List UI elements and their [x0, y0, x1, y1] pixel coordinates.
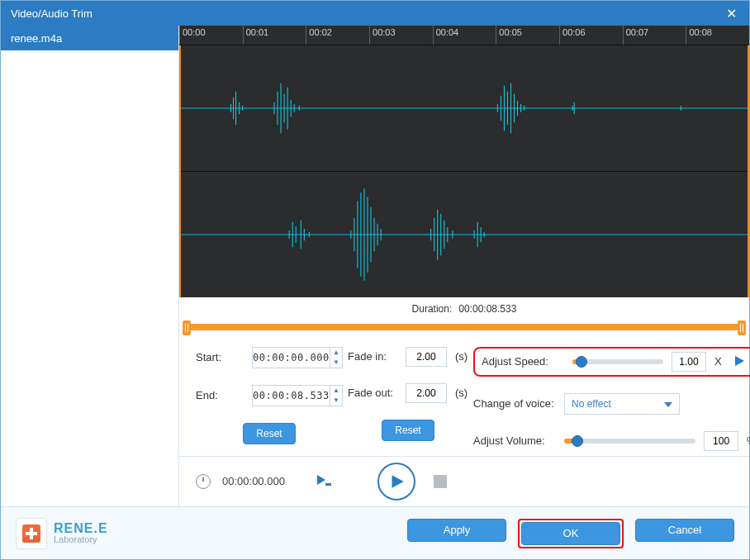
- waveform-channel-1: [181, 45, 748, 171]
- ok-button[interactable]: OK: [521, 522, 620, 545]
- start-label: Start:: [196, 351, 244, 363]
- stop-icon: [434, 475, 447, 488]
- timeline-ruler[interactable]: 00:00 00:01 00:02 00:03 00:04 00:05 00:0…: [179, 26, 749, 45]
- volume-slider[interactable]: [564, 439, 695, 444]
- volume-unit: %: [747, 434, 750, 447]
- voice-effect-value: No effect: [572, 398, 611, 410]
- waveform-channel-2: [181, 172, 748, 297]
- speed-slider[interactable]: [572, 359, 663, 364]
- seconds-unit: (s): [455, 350, 468, 363]
- fade-in-input[interactable]: [406, 347, 447, 367]
- window-title: Video/Audio Trim: [11, 7, 721, 20]
- end-time-input[interactable]: 00:00:08.533 ▲ ▼: [252, 385, 343, 406]
- ruler-tick: 00:04: [433, 26, 496, 45]
- start-time-input[interactable]: 00:00:00.000 ▲ ▼: [252, 347, 343, 368]
- ruler-tick: 00:07: [623, 26, 686, 45]
- clock-icon: [196, 474, 211, 489]
- trim-handle-start[interactable]: [183, 320, 191, 335]
- stop-button[interactable]: [427, 468, 453, 495]
- fade-out-input[interactable]: [406, 383, 447, 403]
- ruler-tick: 00:01: [243, 26, 306, 45]
- svg-rect-56: [325, 483, 331, 486]
- ruler-tick: 00:05: [496, 26, 559, 45]
- seconds-unit: (s): [455, 387, 468, 399]
- file-sidebar: renee.m4a: [1, 26, 179, 506]
- cancel-button[interactable]: Cancel: [635, 519, 734, 542]
- end-label: End:: [196, 389, 244, 401]
- voice-effect-select[interactable]: No effect: [564, 393, 680, 415]
- change-voice-label: Change of voice:: [473, 397, 556, 410]
- ruler-tick: 00:00: [179, 26, 243, 45]
- spinner-up-icon[interactable]: ▲: [330, 386, 342, 396]
- brand-logo: RENE.E Laboratory: [16, 518, 108, 549]
- svg-marker-54: [735, 356, 744, 366]
- reset-trim-button[interactable]: Reset: [243, 423, 296, 444]
- svg-marker-57: [392, 475, 404, 487]
- duration-value: 00:00:08.533: [458, 303, 516, 315]
- preview-speed-button[interactable]: [730, 354, 748, 369]
- spinner-down-icon[interactable]: ▼: [330, 358, 342, 368]
- spinner-up-icon[interactable]: ▲: [330, 348, 342, 358]
- waveform-area[interactable]: [179, 45, 749, 297]
- volume-input[interactable]: [704, 431, 738, 451]
- playback-bar: 00:00:00.000: [179, 456, 749, 506]
- brand-name: RENE.E: [54, 522, 108, 535]
- caret-down-icon: [664, 402, 672, 407]
- footer: RENE.E Laboratory Apply OK Cancel: [1, 506, 749, 559]
- speed-highlight: Adjust Speed: X: [473, 347, 750, 377]
- ruler-tick: 00:03: [369, 26, 433, 45]
- ruler-tick: 00:08: [686, 26, 749, 45]
- svg-marker-55: [317, 475, 325, 485]
- adjust-speed-label: Adjust Speed:: [482, 355, 564, 368]
- play-button[interactable]: [377, 463, 415, 501]
- playback-time: 00:00:00.000: [222, 475, 301, 487]
- trim-handle-end[interactable]: [738, 320, 746, 335]
- file-list-item[interactable]: renee.m4a: [1, 26, 178, 50]
- duration-readout: Duration: 00:00:08.533: [179, 297, 749, 320]
- reset-fade-button[interactable]: Reset: [382, 420, 434, 441]
- ruler-tick: 00:02: [306, 26, 369, 45]
- speed-unit: X: [714, 355, 722, 368]
- spinner-down-icon[interactable]: ▼: [330, 396, 342, 406]
- apply-button[interactable]: Apply: [407, 519, 506, 542]
- fade-out-label: Fade out:: [348, 387, 397, 399]
- adjust-volume-label: Adjust Volume:: [473, 434, 556, 447]
- start-time-value: 00:00:00.000: [253, 352, 330, 363]
- fade-in-label: Fade in:: [348, 350, 397, 363]
- file-name: renee.m4a: [11, 32, 62, 45]
- end-time-value: 00:00:08.533: [253, 390, 330, 401]
- duration-label: Duration:: [412, 303, 453, 315]
- ruler-tick: 00:06: [559, 26, 623, 45]
- trim-range-bar[interactable]: [179, 320, 749, 335]
- logo-icon: [16, 518, 47, 549]
- ok-highlight: OK: [518, 519, 624, 548]
- close-icon[interactable]: ✕: [721, 6, 741, 21]
- brand-subtitle: Laboratory: [54, 535, 108, 544]
- titlebar: Video/Audio Trim ✕: [1, 1, 749, 26]
- speed-input[interactable]: [672, 352, 706, 372]
- video-audio-trim-dialog: Video/Audio Trim ✕ renee.m4a 00:00 00:01…: [0, 0, 750, 560]
- seek-end-button[interactable]: [313, 472, 335, 491]
